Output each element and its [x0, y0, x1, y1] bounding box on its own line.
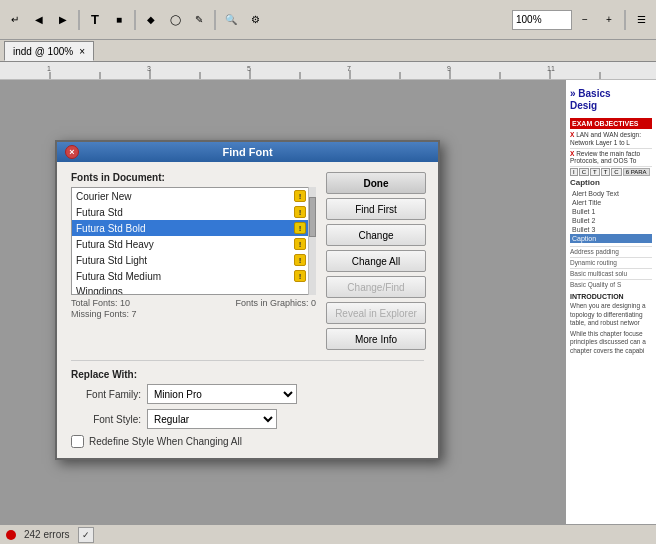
replace-with-section: Replace With: Font Family: Minion Pro Fo… [71, 360, 424, 448]
font-item-futura-std-light[interactable]: Futura Std Light ! [72, 252, 310, 268]
font-item-futura-std-heavy[interactable]: Futura Std Heavy ! [72, 236, 310, 252]
warning-icon-futura-light: ! [294, 254, 306, 266]
dialog-titlebar: × Find Font [57, 142, 438, 162]
missing-fonts-label: Missing Fonts: 7 [71, 309, 316, 319]
redefine-checkbox-label: Redefine Style When Changing All [89, 436, 242, 447]
font-item-wingdings[interactable]: Wingdings [72, 284, 310, 295]
font-item-futura-std[interactable]: Futura Std ! [72, 204, 310, 220]
more-info-button[interactable]: More Info [326, 328, 426, 350]
warning-icon-futura-bold: ! [294, 222, 306, 234]
font-style-select[interactable]: Regular [147, 409, 277, 429]
fonts-section-label: Fonts in Document: [71, 172, 316, 183]
font-list-scrollbar-thumb[interactable] [309, 197, 316, 237]
font-family-select[interactable]: Minion Pro [147, 384, 297, 404]
font-list-wrapper: Courier New ! Futura Std ! Futura Std Bo… [71, 187, 316, 295]
dialog-close-btn[interactable]: × [65, 145, 79, 159]
total-fonts-label: Total Fonts: 10 [71, 298, 130, 308]
font-family-row: Font Family: Minion Pro [71, 384, 424, 404]
done-button[interactable]: Done [326, 172, 426, 194]
dialog-overlay: × Find Font Fonts in Document: Courier N… [0, 0, 656, 544]
warning-icon-courier: ! [294, 190, 306, 202]
font-item-courier-new[interactable]: Courier New ! [72, 188, 310, 204]
warning-icon-futura-medium: ! [294, 270, 306, 282]
dialog-title: Find Font [222, 146, 272, 158]
font-stats: Total Fonts: 10 Fonts in Graphics: 0 [71, 298, 316, 308]
font-style-label: Font Style: [71, 414, 141, 425]
find-first-button[interactable]: Find First [326, 198, 426, 220]
dialog-buttons: Done Find First Change Change All Change… [326, 172, 426, 350]
redefine-checkbox-row: Redefine Style When Changing All [71, 435, 424, 448]
font-style-row: Font Style: Regular [71, 409, 424, 429]
font-list-section: Fonts in Document: Courier New ! Futura … [71, 172, 316, 350]
find-font-dialog: × Find Font Fonts in Document: Courier N… [55, 140, 440, 460]
warning-icon-futura-std: ! [294, 206, 306, 218]
font-item-futura-std-bold[interactable]: Futura Std Bold ! [72, 220, 310, 236]
change-button[interactable]: Change [326, 224, 426, 246]
font-item-futura-std-medium[interactable]: Futura Std Medium ! [72, 268, 310, 284]
font-list-scrollbar[interactable] [308, 187, 316, 295]
fonts-in-graphics-label: Fonts in Graphics: 0 [235, 298, 316, 308]
warning-icon-futura-heavy: ! [294, 238, 306, 250]
dialog-top-section: Fonts in Document: Courier New ! Futura … [71, 172, 424, 350]
change-all-button[interactable]: Change All [326, 250, 426, 272]
font-family-label: Font Family: [71, 389, 141, 400]
change-find-button[interactable]: Change/Find [326, 276, 426, 298]
replace-with-label: Replace With: [71, 369, 424, 380]
reveal-in-explorer-button[interactable]: Reveal in Explorer [326, 302, 426, 324]
dialog-body: Fonts in Document: Courier New ! Futura … [57, 162, 438, 458]
redefine-checkbox[interactable] [71, 435, 84, 448]
font-list[interactable]: Courier New ! Futura Std ! Futura Std Bo… [71, 187, 311, 295]
